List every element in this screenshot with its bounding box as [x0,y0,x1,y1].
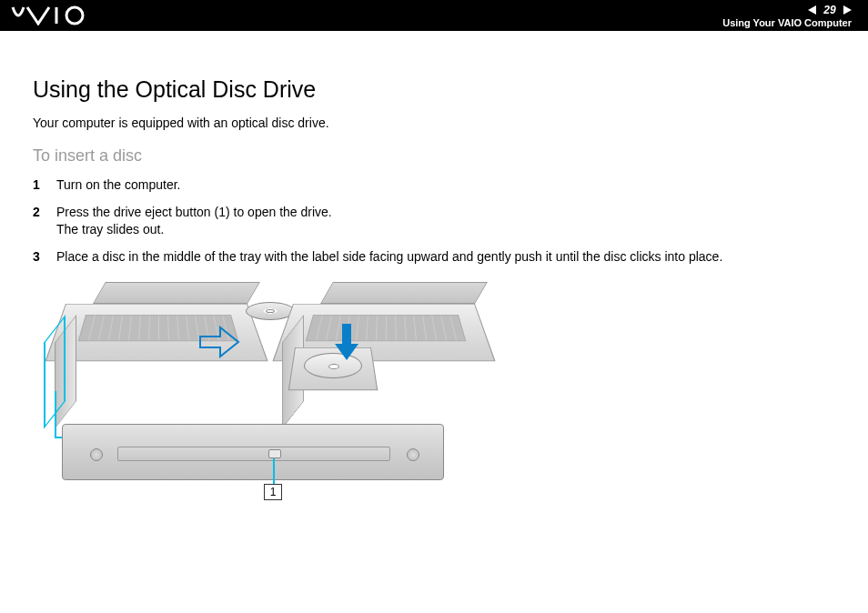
eject-button-illustration [268,449,281,458]
cyan-leader-line [55,391,56,437]
section-name: Using Your VAIO Computer [722,17,852,28]
svg-point-1 [66,7,83,24]
subheading: To insert a disc [33,146,835,166]
down-arrow-icon [333,322,360,362]
callout-label: 1 [264,484,282,500]
intro-text: Your computer is equipped with an optica… [33,116,835,130]
drive-slot-illustration [117,447,390,461]
step-text: Press the drive eject button (1) to open… [56,204,835,239]
step-item: Turn on the computer. [33,176,835,195]
vaio-logo [11,5,120,25]
step-item: Press the drive eject button (1) to open… [33,204,835,239]
steps-list: Turn on the computer. Press the drive ej… [33,176,835,266]
page-header: 29 Using Your VAIO Computer [0,0,868,31]
step-text: Place a disc in the middle of the tray w… [56,248,835,266]
port-icon [90,448,103,461]
disc-drive-illustration: 1 [56,282,475,509]
drive-closeup-illustration [62,424,444,480]
step-item: Place a disc in the middle of the tray w… [33,248,835,266]
next-page-arrow-icon[interactable] [843,5,852,15]
insert-arrow-icon [198,326,240,358]
step-text: Turn on the computer. [56,176,835,195]
page-number: 29 [822,4,838,16]
cyan-leader-line [273,458,275,484]
page-title: Using the Optical Disc Drive [33,76,835,103]
page-content: Using the Optical Disc Drive Your comput… [0,31,868,509]
prev-page-arrow-icon[interactable] [808,5,816,15]
page-nav: 29 [722,4,852,16]
header-right: 29 Using Your VAIO Computer [722,4,852,28]
port-icon [407,448,419,461]
